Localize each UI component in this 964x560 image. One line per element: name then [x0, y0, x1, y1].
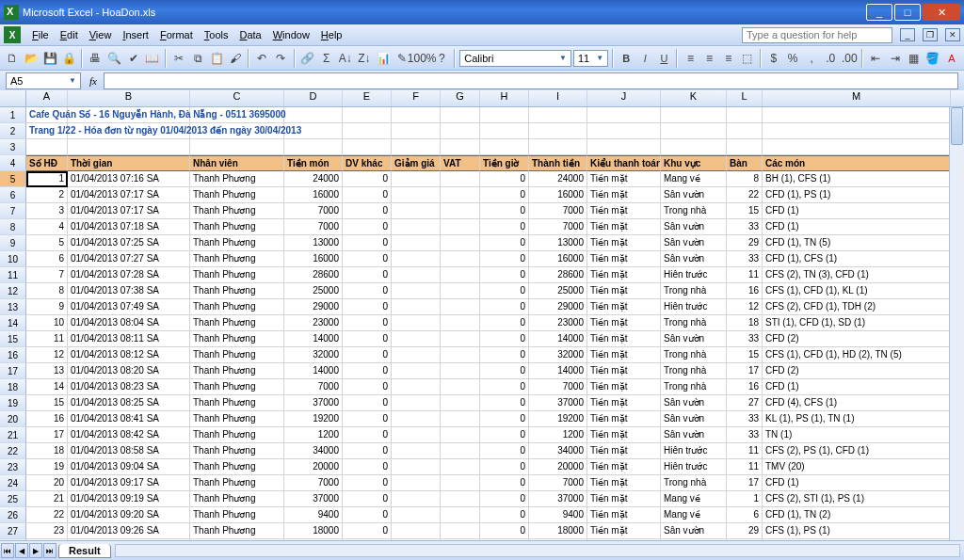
cell[interactable]: 8 [727, 171, 763, 187]
cell[interactable]: 0 [480, 539, 529, 540]
cell[interactable]: 34000 [529, 443, 587, 459]
cell[interactable]: Khu vực [661, 155, 727, 171]
cell[interactable] [480, 139, 529, 155]
cell[interactable] [529, 107, 587, 123]
hyperlink-icon[interactable]: 🔗 [299, 49, 316, 68]
cell[interactable]: Tiền mặt [587, 539, 661, 540]
cell[interactable]: 33 [727, 331, 763, 347]
cell[interactable]: 20000 [284, 459, 343, 475]
cell[interactable]: CFD (1), CFS (1) [763, 251, 951, 267]
row-header[interactable]: 26 [0, 507, 26, 523]
cell[interactable]: CFD (1), TN (5) [763, 235, 951, 251]
cell[interactable]: 01/04/2013 09:20 SA [68, 507, 190, 523]
increase-indent-icon[interactable]: ⇥ [887, 49, 904, 68]
col-header-I[interactable]: I [529, 90, 587, 106]
cell[interactable]: 17 [727, 363, 763, 379]
cell[interactable] [441, 187, 480, 203]
cell[interactable] [441, 251, 480, 267]
cell[interactable]: 33 [727, 251, 763, 267]
cell[interactable]: Thanh Phương [190, 427, 284, 443]
cell[interactable]: 0 [343, 443, 392, 459]
align-right-icon[interactable]: ≡ [720, 49, 737, 68]
col-header-L[interactable]: L [727, 90, 763, 106]
menu-window[interactable]: Window [267, 27, 315, 42]
cell[interactable]: CFD (1) [763, 379, 951, 395]
cell[interactable]: 15 [727, 347, 763, 363]
help-icon[interactable]: ? [433, 49, 450, 68]
cell[interactable]: Mang về [661, 171, 727, 187]
cell[interactable]: Thanh Phương [190, 251, 284, 267]
cell[interactable]: 34000 [284, 443, 343, 459]
fx-icon[interactable]: fx [83, 72, 104, 89]
cell[interactable]: 01/04/2013 07:28 SA [68, 267, 190, 283]
cell[interactable]: 1 [727, 491, 763, 507]
cell[interactable]: Nhân viên [190, 155, 284, 171]
cell[interactable] [441, 523, 480, 539]
cell[interactable]: Giảm giá [392, 155, 441, 171]
fill-color-icon[interactable]: 🪣 [924, 49, 941, 68]
cell[interactable]: Tiền mặt [587, 203, 661, 219]
cell[interactable] [392, 283, 441, 299]
cell[interactable]: 22 [26, 507, 68, 523]
row-header[interactable]: 5 [0, 171, 26, 187]
cell[interactable]: CFD (1) [763, 219, 951, 235]
cell[interactable]: 0 [343, 363, 392, 379]
cell[interactable]: 19 [26, 459, 68, 475]
cell[interactable]: Trong nhà [661, 283, 727, 299]
cell[interactable] [441, 491, 480, 507]
cell[interactable]: 9400 [529, 507, 587, 523]
mdi-restore-button[interactable]: ❐ [923, 28, 938, 41]
cell[interactable]: 01/04/2013 07:38 SA [68, 283, 190, 299]
cell[interactable]: Tiền mặt [587, 331, 661, 347]
cell[interactable]: 37000 [529, 395, 587, 411]
cell[interactable]: Sân vườn [661, 427, 727, 443]
col-header-D[interactable]: D [284, 90, 343, 106]
cell[interactable] [441, 427, 480, 443]
cell[interactable]: CFD (2) [763, 331, 951, 347]
cell[interactable]: STI (1), CFD (1), SD (1) [763, 315, 951, 331]
cell[interactable]: Tiền mặt [587, 507, 661, 523]
cell[interactable]: Trong nhà [661, 203, 727, 219]
cell[interactable]: Tiền mặt [587, 363, 661, 379]
cell[interactable]: Sân vườn [661, 331, 727, 347]
horizontal-scrollbar[interactable] [115, 544, 960, 557]
print-preview-icon[interactable]: 🔍 [106, 49, 123, 68]
cell[interactable]: CFD (2) [763, 363, 951, 379]
cell[interactable] [441, 107, 480, 123]
cell[interactable] [392, 187, 441, 203]
cell[interactable] [284, 139, 343, 155]
cell[interactable] [441, 347, 480, 363]
cell[interactable]: 14000 [284, 331, 343, 347]
cell[interactable] [441, 475, 480, 491]
cell[interactable] [727, 107, 763, 123]
cell[interactable]: 7000 [284, 379, 343, 395]
row-header[interactable]: 4 [0, 155, 26, 171]
cell[interactable]: Thanh Phương [190, 491, 284, 507]
cell[interactable]: 6 [727, 507, 763, 523]
cell[interactable] [441, 459, 480, 475]
cell[interactable]: Tiền mặt [587, 299, 661, 315]
cell[interactable] [661, 123, 727, 139]
name-box[interactable]: A5▼ [6, 72, 81, 89]
col-header-E[interactable]: E [343, 90, 392, 106]
cell[interactable]: Số HĐ [26, 155, 68, 171]
cell[interactable]: Trong nhà [661, 539, 727, 540]
cell[interactable]: 37000 [284, 491, 343, 507]
chart-icon[interactable]: 📊 [375, 49, 392, 68]
cell[interactable] [763, 139, 951, 155]
cell[interactable]: Hiên trước [661, 267, 727, 283]
row-header[interactable]: 25 [0, 491, 26, 507]
cell[interactable]: 37000 [284, 395, 343, 411]
cell[interactable]: 9400 [284, 539, 343, 540]
minimize-button[interactable]: _ [866, 4, 892, 21]
cell[interactable]: Thanh Phương [190, 523, 284, 539]
cell[interactable]: 29000 [529, 299, 587, 315]
cell[interactable]: 9400 [284, 507, 343, 523]
col-header-H[interactable]: H [480, 90, 529, 106]
cell[interactable]: Thanh Phương [190, 539, 284, 540]
cell[interactable]: 5 [26, 235, 68, 251]
row-header[interactable]: 15 [0, 331, 26, 347]
currency-icon[interactable]: $ [765, 49, 782, 68]
cell[interactable] [441, 139, 480, 155]
cell[interactable] [392, 299, 441, 315]
